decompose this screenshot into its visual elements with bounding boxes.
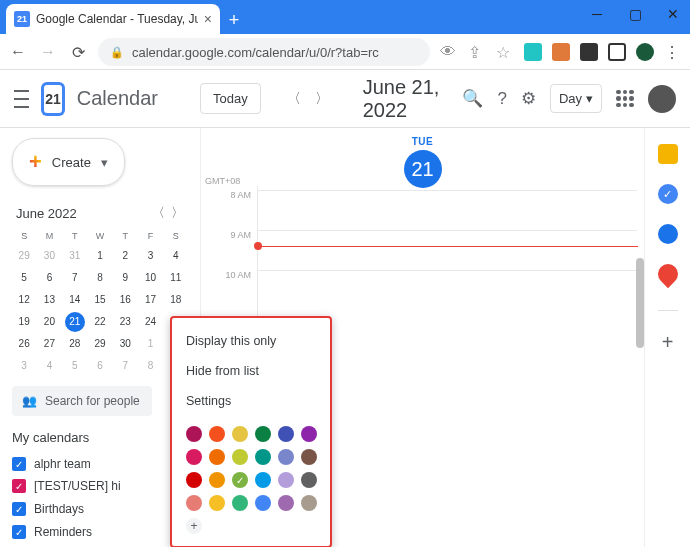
mini-cal-day[interactable]: 14	[63, 289, 87, 310]
mini-cal-day[interactable]: 30	[37, 245, 61, 266]
mini-cal-day[interactable]: 15	[88, 289, 112, 310]
calendar-checkbox[interactable]: ✓	[12, 525, 26, 539]
color-swatch[interactable]	[209, 449, 225, 465]
mini-cal-day[interactable]: 5	[12, 267, 36, 288]
mini-cal-day[interactable]: 18	[164, 289, 188, 310]
color-swatch[interactable]	[255, 449, 271, 465]
share-icon[interactable]: ⇪	[468, 43, 486, 61]
window-close[interactable]: ✕	[664, 6, 682, 22]
calendar-list-item[interactable]: ✓Birthdays×	[12, 497, 188, 521]
mini-cal-day[interactable]: 8	[88, 267, 112, 288]
main-menu-icon[interactable]	[14, 90, 29, 108]
search-people-input[interactable]: 👥 Search for people	[12, 386, 152, 416]
calendar-list-item[interactable]: ✓Reminders	[12, 521, 188, 543]
mini-cal-day[interactable]: 22	[88, 311, 112, 332]
mini-cal-day[interactable]: 16	[113, 289, 137, 310]
color-swatch[interactable]	[186, 472, 202, 488]
color-swatch[interactable]	[209, 495, 225, 511]
mini-cal-day[interactable]: 1	[138, 333, 162, 354]
mini-cal-day[interactable]: 31	[63, 245, 87, 266]
eye-icon[interactable]: 👁	[440, 43, 458, 61]
color-swatch[interactable]	[301, 472, 317, 488]
color-swatch[interactable]	[278, 426, 294, 442]
extension-3-icon[interactable]	[608, 43, 626, 61]
color-swatch[interactable]	[186, 495, 202, 511]
color-swatch[interactable]	[209, 426, 225, 442]
mini-cal-day[interactable]: 7	[63, 267, 87, 288]
url-field[interactable]: 🔒 calendar.google.com/calendar/u/0/r?tab…	[98, 38, 430, 66]
support-icon[interactable]: ?	[497, 89, 506, 109]
contacts-icon[interactable]	[658, 224, 678, 244]
mini-cal-day[interactable]: 30	[113, 333, 137, 354]
color-swatch[interactable]	[255, 472, 271, 488]
color-swatch[interactable]	[255, 426, 271, 442]
add-custom-color[interactable]: +	[186, 518, 202, 534]
mini-cal-day[interactable]: 12	[12, 289, 36, 310]
extension-2-icon[interactable]	[552, 43, 570, 61]
bookmark-star-icon[interactable]: ☆	[496, 43, 514, 61]
mini-cal-day[interactable]: 1	[88, 245, 112, 266]
next-day-button[interactable]: 〉	[311, 86, 333, 112]
keep-icon[interactable]	[658, 144, 678, 164]
mini-cal-day[interactable]: 10	[138, 267, 162, 288]
context-menu-item[interactable]: Settings	[172, 386, 330, 416]
day-number-badge[interactable]: 21	[404, 150, 442, 188]
mini-cal-day[interactable]: 13	[37, 289, 61, 310]
create-button[interactable]: + Create ▾	[12, 138, 125, 186]
add-addons-button[interactable]: +	[662, 331, 674, 354]
browser-tab[interactable]: 21 Google Calendar - Tuesday, June ×	[6, 4, 220, 34]
calendar-list-item[interactable]: ✓alphr team	[12, 453, 188, 475]
extension-1-icon[interactable]	[524, 43, 542, 61]
profile-avatar[interactable]	[648, 85, 676, 113]
color-swatch[interactable]	[232, 495, 248, 511]
tasks-icon[interactable]	[658, 184, 678, 204]
color-swatch[interactable]	[232, 426, 248, 442]
forward-button[interactable]: →	[38, 42, 58, 62]
mini-cal-day[interactable]: 4	[37, 355, 61, 376]
mini-cal-day[interactable]: 6	[88, 355, 112, 376]
color-swatch[interactable]	[232, 472, 248, 488]
window-maximize[interactable]: ▢	[626, 6, 644, 22]
mini-cal-day[interactable]: 27	[37, 333, 61, 354]
color-swatch[interactable]	[301, 426, 317, 442]
extension-4-icon[interactable]	[636, 43, 654, 61]
extensions-menu-icon[interactable]	[580, 43, 598, 61]
maps-icon[interactable]	[653, 260, 681, 288]
mini-cal-day[interactable]: 29	[88, 333, 112, 354]
mini-cal-day[interactable]: 5	[63, 355, 87, 376]
mini-cal-day[interactable]: 7	[113, 355, 137, 376]
google-apps-icon[interactable]	[616, 90, 634, 108]
mini-cal-day[interactable]: 24	[138, 311, 162, 332]
reload-button[interactable]: ⟳	[68, 42, 88, 62]
scrollbar-thumb[interactable]	[636, 258, 644, 348]
color-swatch[interactable]	[186, 449, 202, 465]
mini-cal-day[interactable]: 11	[164, 267, 188, 288]
mini-cal-next[interactable]: 〉	[171, 204, 184, 222]
prev-day-button[interactable]: 〈	[283, 86, 305, 112]
my-calendars-title[interactable]: My calendars	[12, 430, 188, 445]
mini-cal-day[interactable]: 8	[138, 355, 162, 376]
context-menu-item[interactable]: Hide from list	[172, 356, 330, 386]
mini-cal-day[interactable]: 4	[164, 245, 188, 266]
view-selector[interactable]: Day ▾	[550, 84, 602, 113]
mini-cal-day[interactable]: 6	[37, 267, 61, 288]
today-button[interactable]: Today	[200, 83, 261, 114]
color-swatch[interactable]	[186, 426, 202, 442]
color-swatch[interactable]	[232, 449, 248, 465]
search-icon[interactable]: 🔍	[462, 88, 483, 109]
calendar-checkbox[interactable]: ✓	[12, 479, 26, 493]
mini-cal-day[interactable]: 20	[37, 311, 61, 332]
color-swatch[interactable]	[209, 472, 225, 488]
color-swatch[interactable]	[278, 495, 294, 511]
mini-cal-day[interactable]: 3	[12, 355, 36, 376]
mini-cal-day[interactable]: 9	[113, 267, 137, 288]
color-swatch[interactable]	[278, 449, 294, 465]
color-swatch[interactable]	[255, 495, 271, 511]
color-swatch[interactable]	[301, 449, 317, 465]
window-minimize[interactable]: ─	[588, 6, 606, 22]
color-swatch[interactable]	[278, 472, 294, 488]
tab-close-icon[interactable]: ×	[204, 11, 212, 27]
mini-cal-day[interactable]: 21	[65, 312, 85, 332]
new-tab-button[interactable]: +	[220, 6, 248, 34]
mini-cal-day[interactable]: 23	[113, 311, 137, 332]
